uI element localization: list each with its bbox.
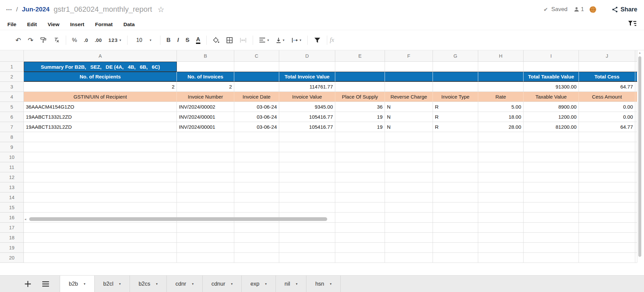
column-header-C[interactable]: C [234,50,279,62]
row-header-19[interactable]: 19 [0,243,24,253]
cell-K5[interactable] [635,102,637,112]
cell-B12[interactable] [177,172,234,182]
cell-D6[interactable]: 105416.77 [279,112,335,122]
cell-D19[interactable] [279,243,335,253]
cell-G15[interactable] [433,202,478,213]
format-percent-button[interactable]: % [72,37,77,43]
cell-I18[interactable] [524,233,579,243]
cell-B7[interactable]: INV/2024/00001 [177,122,234,132]
cell-I5[interactable]: 8900.00 [524,102,579,112]
cell-A20[interactable] [24,253,177,263]
horizontal-align-button[interactable]: ▾ [259,37,269,43]
cell-F9[interactable] [385,142,433,152]
cell-B20[interactable] [177,253,234,263]
cell-E8[interactable] [335,132,385,142]
cell-F18[interactable] [385,233,433,243]
row-header-3[interactable]: 3 [0,82,24,92]
column-header-I[interactable]: I [524,50,579,62]
cell-D3[interactable]: 114761.77 [279,82,335,92]
row-header-9[interactable]: 9 [0,142,24,152]
cell-I19[interactable] [524,243,579,253]
cell-C1[interactable] [234,62,279,72]
cell-B2[interactable]: No. of Invoices [177,72,234,82]
cell-A11[interactable] [24,162,177,172]
cell-E4[interactable]: Place Of Supply [335,92,385,102]
cell-E19[interactable] [335,243,385,253]
cell-G19[interactable] [433,243,478,253]
cell-F5[interactable]: N [385,102,433,112]
cell-H3[interactable] [478,82,524,92]
cell-B17[interactable] [177,223,234,233]
cell-C19[interactable] [234,243,279,253]
cell-A9[interactable] [24,142,177,152]
row-header-2[interactable]: 2 [0,72,24,82]
cell-H11[interactable] [478,162,524,172]
cell-K1[interactable] [635,62,637,72]
cell-A1[interactable]: Summary For B2B, SEZ, DE (4A, 4B, 6B, 6C… [24,62,177,72]
italic-button[interactable]: I [177,37,179,43]
cell-I17[interactable] [524,223,579,233]
row-header-14[interactable]: 14 [0,192,24,202]
cell-G11[interactable] [433,162,478,172]
cell-F1[interactable] [385,62,433,72]
cell-A2[interactable]: No. of Recipients [24,72,177,82]
cell-G17[interactable] [433,223,478,233]
chevron-down-icon[interactable]: ▾ [192,282,194,286]
cell-I13[interactable] [524,182,579,192]
cell-H2[interactable] [478,72,524,82]
share-button[interactable]: Share [612,6,637,13]
cell-A8[interactable] [24,132,177,142]
cell-K15[interactable] [635,202,637,213]
cell-D2[interactable]: Total Invoice Value [279,72,335,82]
cell-G12[interactable] [433,172,478,182]
menu-format[interactable]: Format [95,21,113,27]
cell-K4[interactable] [635,92,637,102]
menu-edit[interactable]: Edit [27,21,37,27]
cell-E6[interactable]: 19 [335,112,385,122]
chevron-down-icon[interactable]: ▾ [156,282,158,286]
cell-J1[interactable] [579,62,635,72]
row-header-17[interactable]: 17 [0,223,24,233]
menu-data[interactable]: Data [123,21,135,27]
cell-J12[interactable] [579,172,635,182]
row-header-18[interactable]: 18 [0,233,24,243]
horizontal-scroll-thumb[interactable] [29,217,327,221]
menu-insert[interactable]: Insert [70,21,84,27]
cell-D9[interactable] [279,142,335,152]
cell-J4[interactable]: Cess Amount [579,92,635,102]
row-header-11[interactable]: 11 [0,162,24,172]
cell-E7[interactable]: 19 [335,122,385,132]
cell-G9[interactable] [433,142,478,152]
cell-C20[interactable] [234,253,279,263]
cell-F13[interactable] [385,182,433,192]
cell-K6[interactable] [635,112,637,122]
sheet-tab-hsn[interactable]: hsn▾ [306,276,341,292]
cell-B11[interactable] [177,162,234,172]
cell-D10[interactable] [279,152,335,162]
select-all-corner[interactable] [0,50,24,62]
cell-C13[interactable] [234,182,279,192]
favorite-star-icon[interactable]: ☆ [157,6,164,13]
cell-A13[interactable] [24,182,177,192]
cell-F14[interactable] [385,192,433,202]
row-header-16[interactable]: 16 [0,213,24,223]
menu-view[interactable]: View [48,21,59,27]
clear-format-button[interactable] [53,37,60,43]
horizontal-scrollbar[interactable]: ◂ [24,217,635,222]
cell-E1[interactable] [335,62,385,72]
row-header-8[interactable]: 8 [0,132,24,142]
cell-B4[interactable]: Invoice Number [177,92,234,102]
cell-A3[interactable]: 2 [24,82,177,92]
cell-G1[interactable] [433,62,478,72]
cell-F2[interactable] [385,72,433,82]
cell-D1[interactable] [279,62,335,72]
cell-A15[interactable] [24,202,177,213]
cell-E9[interactable] [335,142,385,152]
cell-E12[interactable] [335,172,385,182]
borders-button[interactable] [226,37,233,44]
cell-F17[interactable] [385,223,433,233]
vertical-scroll-thumb[interactable] [638,56,641,257]
cell-K14[interactable] [635,192,637,202]
cell-K2[interactable] [635,72,637,82]
cell-H6[interactable]: 18.00 [478,112,524,122]
